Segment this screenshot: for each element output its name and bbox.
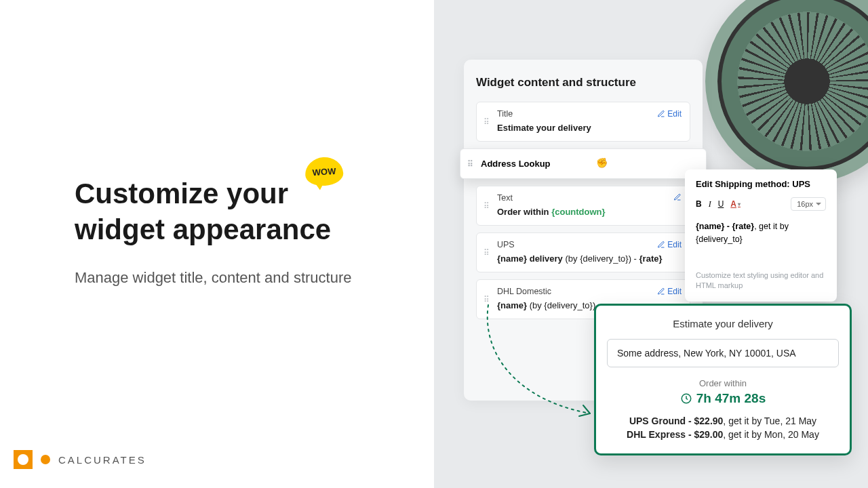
brand-dot-icon bbox=[41, 455, 50, 464]
preview-rate-line: UPS Ground - $22.90, get it by Tue, 21 M… bbox=[607, 415, 839, 426]
clock-icon bbox=[680, 392, 692, 405]
structure-item-address-lookup[interactable]: ⠿ Address Lookup ✊ bbox=[460, 148, 707, 179]
chevron-down-icon: ▾ bbox=[738, 201, 741, 207]
page-subtitle: Manage widget title, content and structu… bbox=[75, 266, 359, 289]
drag-handle-icon[interactable]: ⠿ bbox=[484, 248, 489, 258]
item-body: Order within {countdown} bbox=[497, 207, 682, 217]
editcard-body[interactable]: {name} - {rate}, get it by {delivery_to} bbox=[696, 220, 826, 246]
panel-title: Widget content and structure bbox=[476, 76, 690, 89]
drag-handle-icon[interactable]: ⠿ bbox=[484, 117, 489, 127]
item-label: UPS bbox=[497, 240, 682, 249]
preview-countdown: 7h 47m 28s bbox=[607, 391, 839, 406]
format-toolbar: B I U A▾ 16px bbox=[696, 197, 826, 211]
widget-preview: Estimate your delivery Order within 7h 4… bbox=[594, 304, 852, 455]
fan-illustration bbox=[705, 0, 868, 183]
structure-item-text[interactable]: ⠿ Text Order within {countdown} bbox=[476, 186, 690, 226]
item-body: {name} delivery (by {delivery_to}) - {ra… bbox=[497, 253, 682, 264]
drag-handle-icon[interactable]: ⠿ bbox=[484, 295, 489, 304]
grab-cursor-icon: ✊ bbox=[596, 157, 608, 168]
preview-address-input[interactable] bbox=[607, 339, 839, 367]
editcard-title: Edit Shipping method: UPS bbox=[696, 179, 826, 189]
brand: CALCURATES bbox=[14, 450, 146, 469]
preview-order-label: Order within bbox=[607, 378, 839, 388]
drag-handle-icon[interactable]: ⠿ bbox=[467, 159, 473, 169]
item-label: Text bbox=[497, 193, 682, 203]
edit-button[interactable]: Edit bbox=[657, 240, 682, 249]
brand-name: CALCURATES bbox=[58, 454, 146, 466]
structure-item-ups[interactable]: ⠿ Edit UPS {name} delivery (by {delivery… bbox=[476, 232, 690, 272]
drag-handle-icon[interactable]: ⠿ bbox=[484, 201, 489, 211]
edit-button[interactable] bbox=[673, 193, 682, 201]
underline-button[interactable]: U bbox=[718, 199, 724, 209]
item-label: Address Lookup bbox=[481, 159, 551, 169]
item-label: DHL Domestic bbox=[497, 287, 682, 296]
structure-item-title[interactable]: ⠿ Edit Title Estimate your delivery bbox=[476, 102, 690, 142]
italic-button[interactable]: I bbox=[709, 199, 711, 209]
item-body: Estimate your delivery bbox=[497, 123, 682, 133]
editcard-note: Customize text styling using editor and … bbox=[696, 270, 826, 291]
edit-button[interactable]: Edit bbox=[657, 109, 682, 119]
preview-rate-line: DHL Express - $29.00, get it by Mon, 20 … bbox=[607, 429, 839, 440]
bold-button[interactable]: B bbox=[696, 199, 702, 209]
font-size-select[interactable]: 16px bbox=[791, 197, 826, 211]
text-color-button[interactable]: A▾ bbox=[730, 199, 741, 209]
preview-title: Estimate your delivery bbox=[607, 318, 839, 329]
edit-shipping-method-card: Edit Shipping method: UPS B I U A▾ 16px … bbox=[685, 169, 837, 302]
item-label: Title bbox=[497, 109, 682, 119]
edit-button[interactable]: Edit bbox=[657, 287, 682, 296]
brand-logo-icon bbox=[14, 450, 33, 469]
